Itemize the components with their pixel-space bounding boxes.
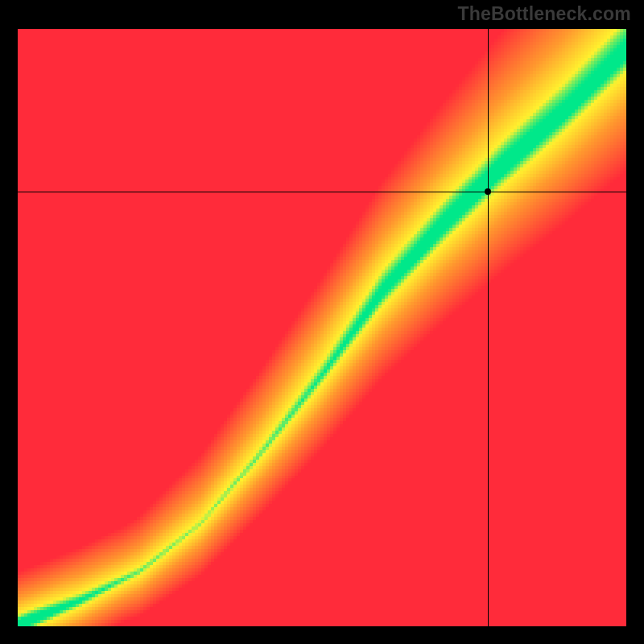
plot-area: [18, 29, 626, 626]
heatmap-canvas: [18, 29, 626, 626]
chart-frame: TheBottleneck.com: [0, 0, 644, 644]
watermark-text: TheBottleneck.com: [457, 3, 631, 25]
